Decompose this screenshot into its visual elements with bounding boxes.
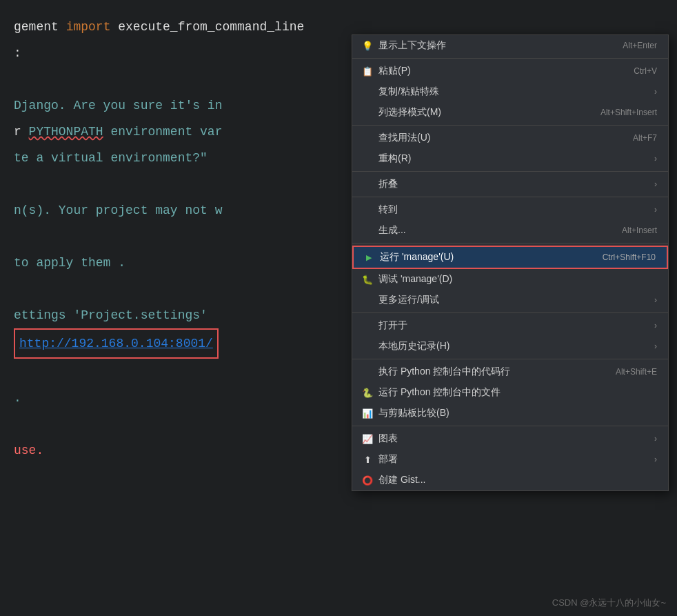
empty-icon [362,225,373,236]
url-link[interactable]: http://192.168.0.104:8001/ [14,328,219,359]
menu-item-refactor[interactable]: 重构(R) › [352,148,668,169]
context-menu: 💡 显示上下文操作 Alt+Enter 📋 粘贴(P) Ctrl+V 复制/粘贴… [352,34,669,491]
watermark: CSDN @永远十八的小仙女~ [552,597,666,609]
menu-item-generate[interactable]: 生成... Alt+Insert [352,220,668,241]
separator-5 [352,243,668,244]
menu-item-debug-manage[interactable]: 🐛 调试 'manage'(D) [352,269,668,290]
menu-item-local-history[interactable]: 本地历史记录(H) › [352,336,668,357]
menu-item-fold[interactable]: 折叠 › [352,174,668,195]
empty-icon [362,295,373,306]
menu-item-copy-paste-special[interactable]: 复制/粘贴特殊 › [352,81,668,102]
separator-7 [352,359,668,359]
menu-item-run-python-file[interactable]: 🐍 运行 Python 控制台中的文件 [352,382,668,403]
menu-item-deploy[interactable]: ⬆ 部署 › [352,449,668,470]
debug-icon: 🐛 [362,274,373,285]
empty-icon [362,204,373,215]
menu-item-more-run[interactable]: 更多运行/调试 › [352,290,668,310]
empty-icon [362,320,373,331]
empty-icon [362,366,373,377]
empty-icon [362,86,373,97]
deploy-icon: ⬆ [362,454,373,465]
menu-item-run-manage[interactable]: ▶ 运行 'manage'(U) Ctrl+Shift+F10 [352,246,668,269]
separator-4 [352,197,668,197]
empty-icon [362,107,373,118]
empty-icon [362,153,373,164]
empty-icon [362,132,373,143]
separator-1 [352,58,668,59]
empty-icon [362,179,373,190]
menu-item-goto[interactable]: 转到 › [352,199,668,220]
clipboard-icon: 📋 [362,66,373,77]
separator-6 [352,312,668,313]
menu-item-diagram[interactable]: 📈 图表 › [352,428,668,449]
menu-item-compare-clipboard[interactable]: 📊 与剪贴板比较(B) [352,403,668,424]
python-icon: 🐍 [362,387,373,398]
play-icon: ▶ [363,252,374,263]
empty-icon [362,341,373,352]
separator-3 [352,171,668,172]
separator-2 [352,125,668,126]
separator-8 [352,426,668,426]
menu-item-create-gist[interactable]: ⭕ 创建 Gist... [352,470,668,490]
menu-item-column-select[interactable]: 列选择模式(M) Alt+Shift+Insert [352,102,668,123]
compare-icon: 📊 [362,408,373,419]
menu-item-exec-python-line[interactable]: 执行 Python 控制台中的代码行 Alt+Shift+E [352,361,668,382]
menu-item-show-context-actions[interactable]: 💡 显示上下文操作 Alt+Enter [352,35,668,56]
menu-item-find-usage[interactable]: 查找用法(U) Alt+F7 [352,128,668,148]
diagram-icon: 📈 [362,433,373,444]
github-icon: ⭕ [362,475,373,486]
menu-item-paste[interactable]: 📋 粘贴(P) Ctrl+V [352,61,668,81]
menu-item-open-in[interactable]: 打开于 › [352,315,668,336]
lightbulb-icon: 💡 [362,40,373,51]
